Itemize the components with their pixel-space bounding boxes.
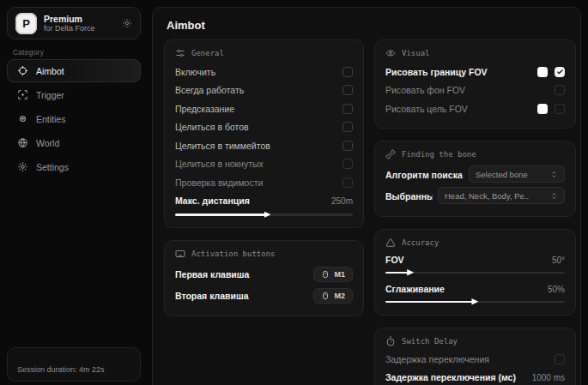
sidebar-item-label: Aimbot bbox=[36, 66, 64, 76]
setting-label: Макс. дистанция bbox=[175, 196, 250, 206]
setting-row-selected-bones: Выбранные кости Head, Neck, Body, Pe.. bbox=[385, 185, 565, 207]
smoothing-value: 50% bbox=[548, 285, 565, 294]
sliders-icon bbox=[175, 48, 185, 58]
page-title: Aimbot bbox=[167, 19, 205, 32]
main-panel: Aimbot General Включить Всегда работать … bbox=[152, 7, 581, 385]
setting-label: Рисовать границу FOV bbox=[385, 67, 488, 77]
setting-row-fov: FOV 50° bbox=[385, 252, 565, 268]
checkbox-draw-fov-border[interactable] bbox=[555, 67, 565, 77]
selected-bones-select[interactable]: Head, Neck, Body, Pe.. bbox=[438, 187, 565, 204]
smoothing-slider[interactable] bbox=[385, 298, 565, 305]
session-duration: Session duration: 4m 22s bbox=[17, 365, 105, 374]
setting-label: Целиться в нокнутых bbox=[175, 159, 264, 169]
checkbox-target-knocked[interactable] bbox=[342, 159, 353, 169]
setting-label: Выбранные кости bbox=[385, 191, 433, 202]
brand-subtitle: for Delta Force bbox=[44, 24, 95, 33]
card-accuracy: Accuracy FOV 50° Сглаживание 50% bbox=[374, 229, 576, 316]
setting-label: Задержка переключения (мс) bbox=[385, 372, 516, 382]
setting-label: Проверка видимости bbox=[175, 177, 263, 188]
setting-row-enable: Включить bbox=[175, 63, 353, 81]
app-logo: P bbox=[15, 13, 37, 34]
checkbox-draw-fov-background[interactable] bbox=[555, 85, 565, 95]
checkbox-always-work[interactable] bbox=[342, 85, 353, 95]
focus-icon bbox=[17, 89, 28, 100]
setting-label: Предсказание bbox=[175, 104, 234, 114]
bone-algorithm-select[interactable]: Selected bone bbox=[469, 165, 565, 183]
second-key-button[interactable]: M2 bbox=[313, 288, 353, 304]
card-title: Finding the bone bbox=[402, 150, 476, 159]
setting-row-draw-fov-target: Рисовать цель FOV bbox=[385, 99, 565, 118]
setting-row-target-knocked: Целиться в нокнутых bbox=[175, 155, 353, 174]
checkbox-target-teammates[interactable] bbox=[342, 141, 353, 151]
setting-label: Всегда работать bbox=[175, 85, 244, 95]
brand-card: P Premium for Delta Force bbox=[7, 7, 141, 39]
session-card: Session duration: 4m 22s bbox=[7, 347, 141, 382]
timer-icon bbox=[385, 336, 396, 346]
fov-value: 50° bbox=[552, 256, 565, 265]
setting-label: Целиться в тиммейтов bbox=[175, 141, 270, 151]
slider-thumb[interactable] bbox=[264, 212, 271, 219]
card-title: Visual bbox=[402, 49, 430, 57]
setting-row-bone-algorithm: Алгоритм поиска костей Selected bone bbox=[385, 164, 565, 185]
max-distance-value: 250m bbox=[331, 196, 353, 206]
sidebar-item-label: Settings bbox=[36, 162, 69, 172]
setting-row-smoothing: Сглаживание 50% bbox=[385, 281, 565, 298]
sidebar-nav: Aimbot Trigger Entities World Settings bbox=[7, 59, 141, 179]
sidebar: P Premium for Delta Force Category Aimbo… bbox=[0, 0, 148, 385]
card-activation-buttons: Activation buttons Первая клавиша M1 Вто… bbox=[164, 240, 364, 316]
setting-row-visibility-check: Проверка видимости bbox=[175, 173, 353, 192]
setting-row-first-key: Первая клавиша M1 bbox=[175, 263, 353, 285]
setting-row-switch-delay-toggle: Задержка переключения bbox=[385, 351, 565, 370]
mouse-icon bbox=[321, 292, 330, 300]
sidebar-item-settings[interactable]: Settings bbox=[7, 155, 141, 178]
card-title: General bbox=[191, 49, 224, 57]
fov-slider[interactable] bbox=[385, 269, 565, 276]
sidebar-item-aimbot[interactable]: Aimbot bbox=[7, 59, 141, 82]
triangle-icon bbox=[385, 238, 396, 248]
max-distance-slider[interactable] bbox=[175, 211, 353, 218]
globe-icon bbox=[17, 137, 28, 148]
checkbox-target-bots[interactable] bbox=[342, 122, 353, 132]
unfold-icon bbox=[550, 192, 558, 200]
setting-label: FOV bbox=[385, 255, 404, 265]
checkbox-enable[interactable] bbox=[342, 67, 353, 77]
fov-target-color-swatch[interactable] bbox=[537, 104, 548, 114]
card-visual: Visual Рисовать границу FOV Рисовать фон… bbox=[374, 39, 576, 129]
setting-row-switch-delay-ms: Задержка переключения (мс) 1000 ms bbox=[385, 369, 565, 385]
mouse-icon bbox=[321, 270, 330, 279]
slider-thumb[interactable] bbox=[471, 298, 478, 305]
checkbox-draw-fov-target[interactable] bbox=[555, 104, 565, 114]
setting-row-max-distance: Макс. дистанция 250m bbox=[175, 192, 353, 211]
setting-row-prediction: Предсказание bbox=[175, 99, 353, 118]
fov-border-color-swatch[interactable] bbox=[537, 67, 548, 77]
setting-label: Первая клавиша bbox=[175, 269, 249, 280]
checkbox-prediction[interactable] bbox=[342, 104, 353, 114]
setting-label: Рисовать фон FOV bbox=[385, 85, 465, 95]
sidebar-item-world[interactable]: World bbox=[7, 131, 141, 154]
setting-label: Включить bbox=[175, 67, 215, 77]
setting-label: Сглаживание bbox=[385, 284, 445, 294]
switch-delay-value: 1000 ms bbox=[532, 373, 565, 382]
checkbox-visibility-check[interactable] bbox=[342, 177, 353, 188]
setting-label: Рисовать цель FOV bbox=[385, 104, 468, 114]
checkbox-switch-delay[interactable] bbox=[555, 354, 565, 364]
card-finding-bone: Finding the bone Алгоритм поиска костей … bbox=[374, 141, 576, 217]
setting-label: Алгоритм поиска костей bbox=[385, 170, 464, 180]
sidebar-item-label: Trigger bbox=[36, 90, 64, 100]
sidebar-item-entities[interactable]: Entities bbox=[7, 107, 141, 130]
card-title: Switch Delay bbox=[402, 337, 458, 346]
crosshair-icon bbox=[17, 65, 28, 76]
card-switch-delay: Switch Delay Задержка переключения Задер… bbox=[374, 328, 576, 385]
setting-row-second-key: Вторая клавиша M2 bbox=[175, 285, 353, 306]
setting-label: Целиться в ботов bbox=[175, 122, 249, 132]
bone-icon bbox=[385, 149, 396, 159]
slider-thumb[interactable] bbox=[407, 269, 414, 276]
card-title: Activation buttons bbox=[191, 250, 276, 258]
first-key-button[interactable]: M1 bbox=[313, 267, 353, 282]
sidebar-item-label: World bbox=[36, 138, 59, 148]
sidebar-item-trigger[interactable]: Trigger bbox=[7, 83, 141, 106]
gear-icon[interactable] bbox=[122, 18, 132, 28]
keyboard-icon bbox=[175, 249, 185, 259]
sidebar-item-label: Entities bbox=[36, 114, 65, 124]
setting-row-draw-fov-border: Рисовать границу FOV bbox=[385, 63, 565, 81]
